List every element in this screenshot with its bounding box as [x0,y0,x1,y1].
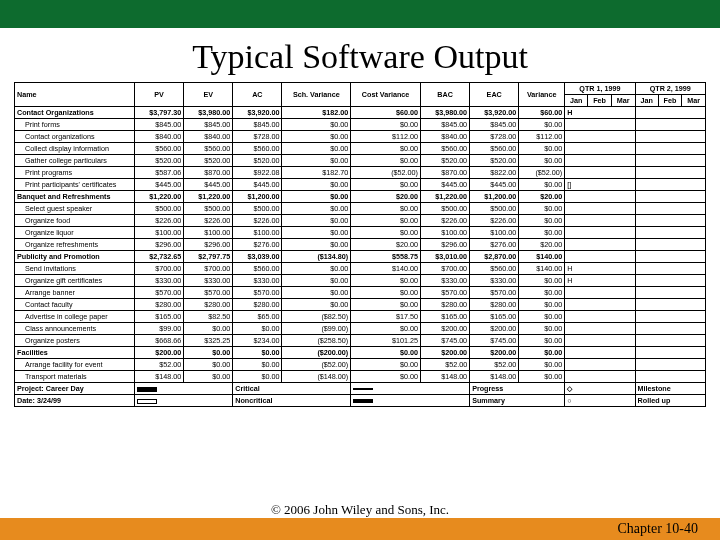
cell-var: $0.00 [519,119,565,131]
cell-eac: $276.00 [470,239,519,251]
cell-sv: $0.00 [282,239,351,251]
cell-name: Transport materials [15,371,135,383]
cell-name: Select guest speaker [15,203,135,215]
copyright-text: © 2006 John Wiley and Sons, Inc. [271,502,449,518]
cell-sv: ($134.80) [282,251,351,263]
gantt-q2 [635,239,705,251]
cell-eac: $560.00 [470,263,519,275]
col-cv: Cost Variance [351,83,421,107]
gantt-q1 [565,119,635,131]
gantt-q1 [565,311,635,323]
cell-var: $0.00 [519,155,565,167]
cell-eac: $200.00 [470,347,519,359]
cell-ev: $845.00 [184,119,233,131]
cell-sv: $0.00 [282,227,351,239]
cell-ev: $0.00 [184,371,233,383]
col-ev: EV [184,83,233,107]
cell-name: Print forms [15,119,135,131]
slide-title: Typical Software Output [0,28,720,82]
table-row: Arrange banner$570.00$570.00$570.00$0.00… [15,287,706,299]
gantt-q1 [565,335,635,347]
cell-ev: $296.00 [184,239,233,251]
gantt-q1 [565,239,635,251]
legend-row-1: Project: Career Day Critical Progress ◇ … [15,383,706,395]
gantt-q2 [635,191,705,203]
gantt-q1 [565,131,635,143]
cell-name: Banquet and Refreshments [15,191,135,203]
gantt-q2 [635,335,705,347]
table-row: Print programs$587.06$870.00$922.08$182.… [15,167,706,179]
cell-var: ($52.00) [519,167,565,179]
cell-bac: $296.00 [420,239,469,251]
gantt-q1 [565,167,635,179]
cell-name: Arrange banner [15,287,135,299]
cell-eac: $330.00 [470,275,519,287]
cell-pv: $100.00 [135,227,184,239]
cell-pv: $500.00 [135,203,184,215]
cell-var: $0.00 [519,275,565,287]
cell-eac: $728.00 [470,131,519,143]
cell-sv: $0.00 [282,131,351,143]
cell-cv: $0.00 [351,371,421,383]
cell-sv: $0.00 [282,275,351,287]
cell-ac: $560.00 [233,263,282,275]
cell-sv: $0.00 [282,263,351,275]
cell-ev: $445.00 [184,179,233,191]
cell-bac: $500.00 [420,203,469,215]
gantt-q1 [565,191,635,203]
gantt-q1: H [565,107,635,119]
cell-ac: $0.00 [233,323,282,335]
cell-pv: $845.00 [135,119,184,131]
cell-name: Send invitations [15,263,135,275]
legend-progress: Progress [470,383,565,395]
gantt-q1 [565,323,635,335]
cell-bac: $520.00 [420,155,469,167]
cell-bac: $280.00 [420,299,469,311]
gantt-q1: H [565,275,635,287]
cell-cv: $60.00 [351,107,421,119]
cell-cv: $140.00 [351,263,421,275]
cell-eac: $280.00 [470,299,519,311]
cell-sv: ($52.00) [282,359,351,371]
cell-bac: $845.00 [420,119,469,131]
cell-ev: $325.25 [184,335,233,347]
cell-name: Gather college particulars [15,155,135,167]
legend-critical: Critical [233,383,351,395]
cell-ac: $226.00 [233,215,282,227]
col-var: Variance [519,83,565,107]
table-row: Publicity and Promotion$2,732.65$2,797.7… [15,251,706,263]
cell-bac: $570.00 [420,287,469,299]
table-row: Send invitations$700.00$700.00$560.00$0.… [15,263,706,275]
col-mar1: Mar [611,95,635,107]
col-pv: PV [135,83,184,107]
cell-var: $140.00 [519,263,565,275]
col-sv: Sch. Variance [282,83,351,107]
cell-pv: $148.00 [135,371,184,383]
cell-name: Print participants' certificates [15,179,135,191]
gantt-q1 [565,203,635,215]
cell-ev: $0.00 [184,347,233,359]
cell-cv: $0.00 [351,359,421,371]
report-table-wrap: Name PV EV AC Sch. Variance Cost Varianc… [0,82,720,407]
cell-pv: $330.00 [135,275,184,287]
cell-name: Facilities [15,347,135,359]
cell-eac: $3,920.00 [470,107,519,119]
footer-bar: Chapter 10-40 [0,518,720,540]
cell-ac: $234.00 [233,335,282,347]
cell-var: $60.00 [519,107,565,119]
cell-ev: $570.00 [184,287,233,299]
gantt-q2 [635,119,705,131]
table-row: Organize gift certificates$330.00$330.00… [15,275,706,287]
cell-cv: $0.00 [351,299,421,311]
cell-eac: $822.00 [470,167,519,179]
table-row: Arrange facility for event$52.00$0.00$0.… [15,359,706,371]
cell-ac: $0.00 [233,347,282,359]
cell-cv: $558.75 [351,251,421,263]
cell-pv: $668.66 [135,335,184,347]
cell-ac: $276.00 [233,239,282,251]
cell-eac: $1,200.00 [470,191,519,203]
col-qtr2: QTR 2, 1999 [635,83,705,95]
cell-cv: $0.00 [351,215,421,227]
cell-name: Collect display information [15,143,135,155]
table-row: Banquet and Refreshments$1,220.00$1,220.… [15,191,706,203]
